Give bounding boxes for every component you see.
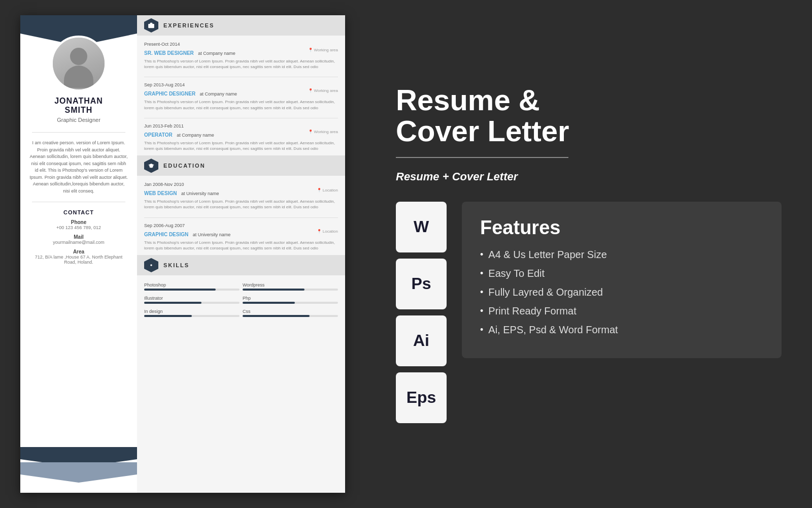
phone-item: Phone +00 123 456 789, 012 <box>29 219 128 230</box>
skill-name: Css <box>243 309 338 314</box>
entry-role: WEB DESIGN <box>144 190 177 196</box>
skill-name: Php <box>243 296 338 301</box>
skill-bar-bg <box>144 302 240 304</box>
education-section: EDUCATION Jan 2008-Nov 2010 WEB DESIGN a… <box>137 155 345 255</box>
entry-desc: This is Photoshop's version of Lorem Ips… <box>144 240 338 251</box>
entry-divider <box>144 217 338 218</box>
pin-icon: 📍 <box>317 229 322 234</box>
feature-item: •Print Ready Format <box>480 305 763 317</box>
entry-location: 📍Location <box>317 229 338 234</box>
skill-bar-bg <box>243 289 338 291</box>
experience-entries: Present-Oct 2014 SR. WEB DESIGNER at Com… <box>137 40 345 155</box>
pin-icon: 📍 <box>308 48 313 52</box>
skill-bar-fill <box>144 315 192 317</box>
features-title: Features <box>480 217 763 239</box>
entry-date: Jun 2013-Feb 2011 <box>144 123 338 129</box>
svg-point-1 <box>150 264 152 266</box>
skills-grid: Photoshop Wordpress Illustrator Php In d… <box>137 279 345 326</box>
mail-item: Mail yourmailname@mail.com <box>29 234 128 245</box>
main-title: Resume & Cover Letter <box>396 85 782 147</box>
resume-sidebar: JONATHANSMITH Graphic Designer I am crea… <box>20 15 137 493</box>
divider <box>32 202 125 202</box>
entry-divider <box>144 77 338 77</box>
avatar <box>51 36 107 91</box>
entry-company: at Company name <box>198 51 235 56</box>
skill-item: Css <box>243 309 338 317</box>
bullet-icon: • <box>480 268 483 279</box>
skill-item: Photoshop <box>144 282 240 291</box>
skills-title: SKILLS <box>163 262 189 268</box>
skill-bar-bg <box>243 302 338 304</box>
entry-company: at Company name <box>200 91 238 97</box>
pin-icon: 📍 <box>308 130 313 134</box>
mail-value: yourmailname@mail.com <box>29 240 128 245</box>
bullet-icon: • <box>480 287 483 298</box>
entry-location: 📍Working area <box>308 130 338 134</box>
entry-role: OPERATOR <box>144 132 173 138</box>
word-icon: W <box>396 202 447 252</box>
skill-item: Php <box>243 296 338 304</box>
feature-text: Fully Layred & Organized <box>488 287 603 298</box>
bullet-icon: • <box>480 306 483 316</box>
skill-bar-fill <box>144 289 216 291</box>
features-list: •A4 & Us Letter Paper Size•Easy To Edit•… <box>480 249 763 336</box>
skill-name: Photoshop <box>144 282 240 288</box>
person-bio: I am creative person. version of Lorem I… <box>20 136 137 199</box>
entry-location: 📍Working area <box>308 48 338 52</box>
skill-item: Wordpress <box>243 282 338 291</box>
skill-bar-fill <box>243 289 304 291</box>
feature-text: Print Ready Format <box>488 305 576 317</box>
skills-header: SKILLS <box>137 255 345 275</box>
feature-text: A4 & Us Letter Paper Size <box>488 249 606 261</box>
experiences-title: EXPERIENCES <box>163 22 214 28</box>
entry-item: Jun 2013-Feb 2011 OPERATOR at Company na… <box>137 121 345 155</box>
area-value: 712, B/A lame ,House 67 A. North Elephan… <box>29 255 128 265</box>
skill-item: Illustrator <box>144 296 240 304</box>
entry-desc: This is Photoshop's version of Lorem Ips… <box>144 58 338 70</box>
entry-divider <box>144 118 338 118</box>
entry-date: Present-Oct 2014 <box>144 42 338 47</box>
education-entries: Jan 2008-Nov 2010 WEB DESIGN at Universi… <box>137 180 345 255</box>
skill-bar-bg <box>243 315 338 317</box>
entry-item: Sep 2006-Aug 2007 GRAPHIC DESIGN at Univ… <box>137 221 345 255</box>
entry-date: Jan 2008-Nov 2010 <box>144 182 338 187</box>
experiences-icon <box>144 18 158 33</box>
skill-bar-fill <box>243 302 295 304</box>
pin-icon: 📍 <box>308 88 313 93</box>
entry-role: SR. WEB DESIGNER <box>144 50 194 56</box>
area-item: Area 712, B/A lame ,House 67 A. North El… <box>29 249 128 265</box>
education-title: EDUCATION <box>163 163 206 169</box>
person-name: JONATHANSMITH <box>54 97 103 115</box>
resume-main-content: EXPERIENCES Present-Oct 2014 SR. WEB DES… <box>137 15 345 493</box>
skill-bar-bg <box>144 289 240 291</box>
resume-preview: JONATHANSMITH Graphic Designer I am crea… <box>20 15 345 493</box>
entry-location: 📍Working area <box>308 88 338 93</box>
eps-icon: Eps <box>396 372 447 423</box>
entry-date: Sep 2006-Aug 2007 <box>144 223 338 228</box>
feature-item: •Fully Layred & Organized <box>480 287 763 298</box>
marketing-panel: Resume & Cover Letter Resume + Cover Let… <box>365 59 812 449</box>
skill-name: In design <box>144 309 240 314</box>
feature-item: •Easy To Edit <box>480 268 763 279</box>
entry-company: at University name <box>193 232 231 237</box>
feature-item: •Ai, EPS, Psd & Word Format <box>480 324 763 336</box>
feature-text: Ai, EPS, Psd & Word Format <box>488 324 618 336</box>
education-header: EDUCATION <box>137 155 345 176</box>
features-box: Features •A4 & Us Letter Paper Size•Easy… <box>462 202 782 358</box>
feature-text: Easy To Edit <box>488 268 545 279</box>
entry-item: Jan 2008-Nov 2010 WEB DESIGN at Universi… <box>137 180 345 214</box>
bullet-icon: • <box>480 249 483 260</box>
format-icons-list: W Ps Ai Eps <box>396 202 447 423</box>
phone-value: +00 123 456 789, 012 <box>29 225 128 230</box>
skill-item: In design <box>144 309 240 317</box>
skills-section: SKILLS Photoshop Wordpress Illustrator P… <box>137 255 345 326</box>
entry-role: GRAPHIC DESIGNER <box>144 91 195 97</box>
skills-icon <box>144 258 158 272</box>
entry-location: 📍Location <box>317 188 338 193</box>
chevron-2 <box>20 462 137 483</box>
mail-label: Mail <box>29 234 128 240</box>
pin-icon: 📍 <box>317 188 322 193</box>
entry-desc: This is Photoshop's version of Lorem Ips… <box>144 99 338 110</box>
entry-role: GRAPHIC DESIGN <box>144 232 188 237</box>
contact-section: CONTACT Phone +00 123 456 789, 012 Mail … <box>20 205 137 273</box>
